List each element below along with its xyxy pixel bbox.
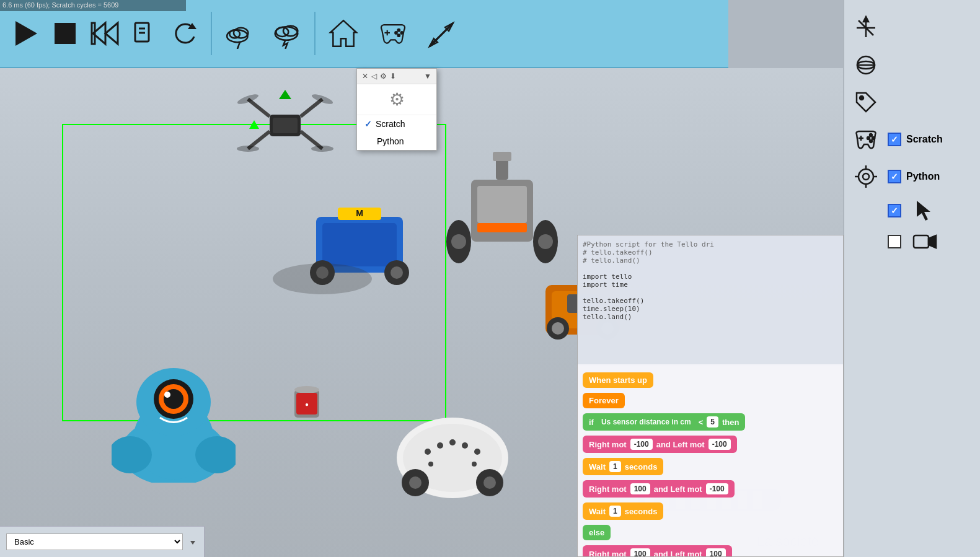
code-panel: #Python script for the Tello dri # tello…	[577, 235, 844, 557]
stop-button[interactable]	[46, 9, 84, 58]
else-label: else	[583, 525, 611, 540]
video-icon-box	[912, 229, 937, 254]
python-code-area[interactable]: #Python script for the Tello dri # tello…	[578, 235, 843, 366]
icon-group-cursor-video	[850, 198, 974, 223]
dropdown-item-python[interactable]: Python	[357, 133, 436, 150]
dropdown-arrow[interactable]: ▼	[424, 72, 431, 81]
cloud1-button[interactable]	[218, 9, 262, 58]
status-bar: 6.6 ms (60 fps); Scratch cycles = 5609	[0, 0, 186, 11]
right-icon-row: Scratch Python	[850, 6, 974, 260]
dropdown-settings-gear[interactable]: ⚙	[357, 84, 436, 115]
svg-point-45	[237, 146, 259, 152]
python-label: Python	[377, 136, 404, 146]
scene-select[interactable]: Basic	[6, 533, 183, 550]
tools-icon-box[interactable]	[850, 161, 881, 192]
small-can[interactable]: ●	[291, 384, 322, 421]
svg-marker-125	[929, 235, 936, 248]
svg-marker-0	[15, 21, 37, 46]
gear-icon-large: ⚙	[389, 89, 405, 110]
svg-point-84	[483, 476, 496, 489]
svg-point-21	[401, 32, 404, 34]
ev3-robot[interactable]	[446, 149, 558, 273]
svg-point-115	[867, 137, 870, 139]
scratch-checkbox[interactable]	[888, 133, 901, 146]
rval1: -100	[630, 439, 653, 450]
motor-block-2[interactable]: Right mot 100 and Left mot -100	[583, 478, 838, 499]
status-text: 6.6 ms (60 fps); Scratch cycles = 5609	[2, 1, 118, 9]
svg-line-40	[301, 99, 322, 116]
svg-rect-63	[493, 152, 511, 161]
dropdown-item-scratch[interactable]: ✓ Scratch	[357, 115, 436, 133]
svg-point-53	[391, 266, 403, 279]
svg-point-23	[398, 34, 400, 37]
play-button[interactable]	[6, 9, 43, 58]
svg-point-78	[474, 449, 480, 455]
forever-block[interactable]: Forever	[583, 391, 838, 410]
dropdown-download[interactable]: ⬇	[390, 72, 396, 81]
svg-point-114	[872, 137, 875, 139]
icon-group-scratch: Scratch	[850, 124, 974, 155]
motor-block-1[interactable]: Right mot -100 and Left mot -100	[583, 434, 838, 455]
right-panel: Scratch Python	[844, 0, 980, 557]
rewind-button[interactable]	[87, 9, 124, 58]
wait-block-2[interactable]: Wait 1 seconds	[583, 501, 838, 522]
bottom-bar: Basic	[0, 526, 205, 557]
forever-label: Forever	[583, 393, 625, 408]
home-button[interactable]	[322, 9, 365, 58]
if-block[interactable]: if Us sensor distance in cm < 5 then	[583, 411, 838, 432]
py-line9: time.sleep(10)	[583, 305, 838, 313]
svg-point-46	[311, 146, 333, 152]
svg-text:●: ●	[305, 401, 309, 408]
py-line7	[583, 289, 838, 297]
icon-group-video	[850, 229, 974, 254]
svg-rect-124	[914, 235, 929, 248]
dash-robot[interactable]	[112, 346, 236, 483]
dropdown-back[interactable]: ◁	[371, 72, 377, 81]
svg-point-75	[437, 442, 443, 449]
scratch-label: Scratch	[376, 119, 405, 129]
svg-rect-1	[55, 23, 76, 44]
cloud2-button[interactable]	[265, 9, 308, 58]
transform-icon-box[interactable]	[850, 12, 881, 43]
dropdown-settings-icon[interactable]: ⚙	[380, 72, 387, 81]
when-starts-block[interactable]: When starts up	[583, 371, 838, 390]
else-block[interactable]: else	[583, 523, 838, 542]
rotate-ccw-button[interactable]	[167, 9, 205, 58]
dropdown-menu: ✕ ◁ ⚙ ⬇ ▼ ⚙ ✓ Scratch Python	[356, 68, 437, 151]
svg-point-61	[538, 234, 553, 249]
sensor-value-block: Us sensor distance in cm	[598, 416, 695, 428]
svg-point-34	[164, 392, 170, 398]
py-line2: # tello.takeoff()	[583, 248, 838, 257]
svg-marker-17	[330, 20, 356, 46]
wait2-label: Wait 1 seconds	[583, 502, 663, 520]
svg-rect-64	[477, 223, 527, 232]
circle-icon-box[interactable]	[850, 50, 881, 81]
gamepad2-icon-box[interactable]	[850, 124, 881, 155]
white-robot[interactable]	[391, 402, 514, 507]
svg-point-22	[395, 32, 397, 34]
svg-text:M: M	[356, 208, 363, 218]
gamepad-button[interactable]	[368, 9, 418, 58]
python-checkbox[interactable]	[888, 170, 901, 183]
wait-block-1[interactable]: Wait 1 seconds	[583, 456, 838, 477]
arrow-button[interactable]	[421, 9, 464, 58]
svg-rect-38	[273, 118, 298, 133]
svg-point-99	[294, 386, 319, 393]
cursor-checkbox[interactable]	[888, 204, 901, 217]
dropdown-close[interactable]: ✕	[362, 72, 368, 81]
tello-drone[interactable]	[236, 87, 335, 161]
scratch-text: Scratch	[906, 134, 943, 145]
video-checkbox[interactable]	[888, 235, 901, 248]
motor-block-3[interactable]: Right mot 100 and Left mot 100	[583, 543, 838, 556]
dropdown-header: ✕ ◁ ⚙ ⬇ ▼	[357, 69, 436, 84]
scratch-blocks-area: When starts up Forever if Us sensor dist…	[578, 364, 843, 556]
lval3: 100	[706, 548, 726, 556]
dropdown-arrow-icon	[188, 537, 198, 547]
wait2-val: 1	[609, 506, 621, 517]
svg-point-60	[451, 234, 466, 249]
rval2: 100	[630, 483, 650, 494]
step-button[interactable]	[127, 9, 164, 58]
tag-icon-box[interactable]	[850, 87, 881, 118]
drone-shadow	[267, 260, 378, 297]
svg-line-39	[248, 99, 270, 116]
